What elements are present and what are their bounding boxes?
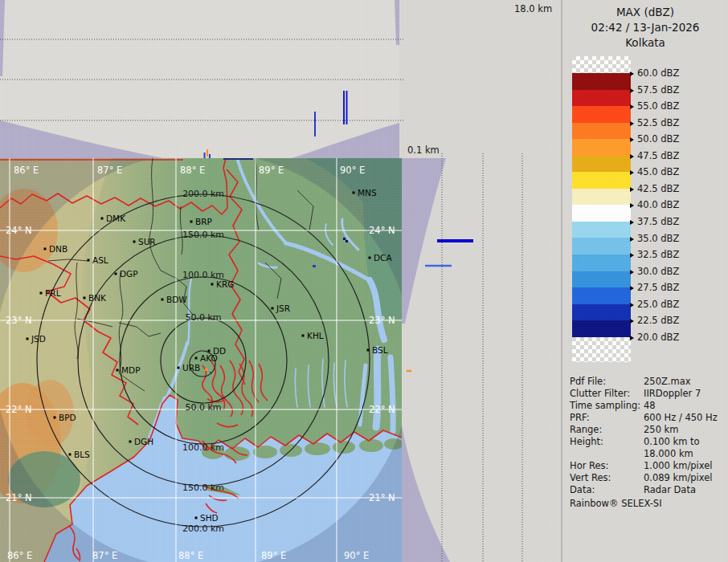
dbz-color-swatch [572,238,631,255]
dbz-color-swatch [572,205,631,222]
beam-blind-zone [0,0,399,158]
svg-text:86° E: 86° E [7,550,32,561]
metadata-value: Radar Data [644,484,696,495]
svg-text:89° E: 89° E [261,550,286,561]
level-pointer-icon [630,303,634,307]
dbz-color-swatch [572,172,631,189]
city-dot [353,192,355,194]
city-code-label: JSR [276,303,290,313]
city-code-label: DGH [134,437,153,446]
city-code-label: URB [182,363,200,373]
svg-text:24° N: 24° N [6,225,32,236]
dbz-color-swatch [572,304,631,321]
dbz-level-label: 20.0 dBZ [630,332,679,343]
dbz-level-label: 30.0 dBZ [630,266,679,277]
svg-text:22° N: 22° N [6,404,32,415]
svg-text:23° N: 23° N [6,315,32,326]
svg-text:88° E: 88° E [180,165,205,176]
dbz-level-label: 57.5 dBZ [630,84,679,96]
station-name: Kolkata [562,35,728,51]
svg-text:150.0 km: 150.0 km [182,230,224,240]
city-dot [69,454,72,456]
metadata-label: Data: [570,484,595,495]
city-dot [369,257,371,259]
metadata-label: PRF: [570,412,590,423]
svg-text:89° E: 89° E [259,165,284,176]
level-pointer-icon [630,286,634,291]
svg-text:88° E: 88° E [178,550,203,561]
city-dot [54,417,56,419]
city-dot [44,248,47,250]
metadata-label: Clutter Filter: [570,388,630,399]
city-code-label: DGP [120,269,138,279]
level-pointer-icon [630,88,634,93]
dbz-level-label: 27.5 dBZ [630,282,679,293]
metadata-value: 600 Hz / 450 Hz [644,412,718,423]
city-code-label: KHL [307,331,324,340]
dbz-color-swatch [572,156,631,173]
dbz-color-swatch [572,271,631,288]
metadata-value: 1.000 km/pixel [644,460,713,471]
city-dot [40,292,43,295]
city-dot [211,283,214,286]
city-code-label: SUR [138,237,156,246]
transparent-swatch [572,337,631,362]
metadata-value: 0.089 km/pixel [644,472,713,483]
dbz-level-label: 45.0 dBZ [630,166,679,177]
level-pointer-icon [630,187,634,192]
city-code-label: PRL [45,288,61,298]
metadata-label: Pdf File: [570,376,606,387]
city-code-label: BNK [88,293,107,303]
level-pointer-icon [630,253,634,258]
metadata-row: Data:Radar Data [570,484,724,496]
height-axis-max-label: 18.0 km [514,3,552,14]
city-code-label: BSL [372,345,388,355]
city-code-label: BLS [74,450,90,459]
metadata-row: Vert Res:0.089 km/pixel [570,472,724,484]
metadata-row: Hor Res:1.000 km/pixel [570,460,724,472]
city-code-label: MNS [358,188,377,198]
city-code-label: AKO [200,353,218,363]
dbz-level-label: 60.0 dBZ [630,67,679,79]
dbz-level-label: 37.5 dBZ [630,216,679,227]
city-code-label: BDW [166,295,187,304]
city-dot [195,517,198,519]
svg-text:50.0 km: 50.0 km [185,402,221,413]
level-pointer-icon [630,237,634,242]
level-pointer-icon [630,121,634,126]
svg-text:100.0 km: 100.0 km [182,442,224,453]
product-datetime: 02:42 / 13-Jan-2026 [562,20,728,35]
metadata-value: 250Z.max [644,376,691,387]
level-pointer-icon [630,104,634,109]
city-dot [195,357,198,360]
city-code-label: DNB [49,244,67,254]
metadata-label: Vert Res: [570,472,611,483]
metadata-value: 18.000 km [644,448,693,459]
dbz-level-label: 25.0 dBZ [630,299,679,310]
city-code-label: KRG [216,279,234,289]
svg-text:90° E: 90° E [344,550,369,561]
city-dot [101,218,104,220]
svg-text:22° N: 22° N [369,404,395,415]
dbz-level-label: 50.0 dBZ [630,133,679,145]
level-pointer-icon [630,154,634,159]
city-dot [84,297,86,299]
metadata-value: IIRDoppler 7 [644,388,701,399]
dbz-colorbar [572,56,631,362]
metadata-label: Time sampling: [570,400,640,411]
product-metadata: Pdf File:250Z.maxClutter Filter:IIRDoppl… [570,376,724,496]
north-height-projection-panel [0,0,399,158]
dbz-level-label: 35.0 dBZ [630,233,679,244]
level-pointer-icon [630,170,634,175]
city-dot [208,350,211,352]
dbz-color-swatch [572,73,631,90]
legend-header: MAX (dBZ) 02:42 / 13-Jan-2026 Kolkata [562,5,728,51]
level-pointer-icon [630,220,634,225]
dbz-color-swatch [572,222,631,238]
city-code-label: MDP [121,365,140,375]
svg-text:86° E: 86° E [14,165,39,176]
city-dot [27,338,29,340]
dbz-color-swatch [572,106,631,123]
svg-text:50.0 km: 50.0 km [185,312,221,323]
dbz-color-swatch [572,287,631,304]
